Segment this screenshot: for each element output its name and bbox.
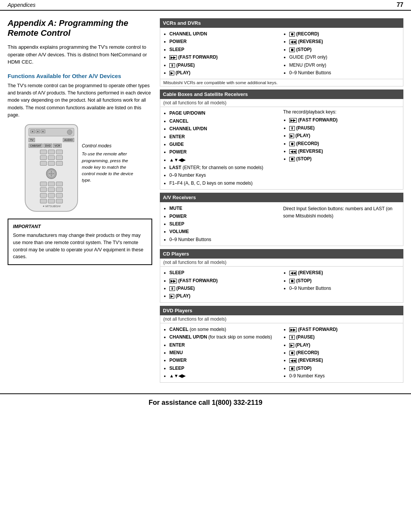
cabsat-mode-btn[interactable]: CAB/SAT: [29, 144, 43, 148]
remote-btn-9[interactable]: [56, 161, 63, 166]
list-item: ENTER: [169, 341, 280, 349]
list-item: ⏹ (STOP): [289, 277, 400, 284]
cd-players-col1: SLEEP ▶▶ (FAST FORWARD) ⏸ (PAUSE) ▶ (PLA…: [163, 269, 280, 300]
list-item: 0–9 Number Buttons: [169, 236, 280, 243]
list-item: SLEEP: [169, 46, 280, 53]
av-receivers-body: MUTE POWER SLEEP VOLUME 0–9 Number Butto…: [160, 202, 403, 246]
list-item: GUIDE (DVR only): [289, 53, 400, 61]
list-item: F1–F4 (A, B, C, D keys on some models): [169, 179, 280, 187]
audio-mode-btn[interactable]: AUDIO: [63, 138, 74, 142]
list-item: 0–9 Number Buttons: [289, 69, 400, 77]
remote-btn-5[interactable]: [48, 155, 55, 160]
remote-image-container: ■ ■ ■ TV AUDIO CAB/SAT DVD VCR: [8, 124, 152, 212]
page-footer: For assistance call 1(800) 332-2119: [0, 393, 411, 411]
list-item: ◀◀ (REVERSE): [289, 147, 400, 155]
list-item: CANCEL (on some models): [169, 326, 280, 333]
remote-btn-6[interactable]: [56, 155, 63, 160]
list-item: SLEEP: [169, 269, 280, 276]
list-item: GUIDE: [169, 141, 280, 148]
remote-btn-21[interactable]: [56, 199, 63, 203]
list-item: ENTER: [169, 133, 280, 141]
cd-players-body: SLEEP ▶▶ (FAST FORWARD) ⏸ (PAUSE) ▶ (PLA…: [160, 267, 403, 303]
av-receivers-header: A/V Receivers: [160, 193, 403, 202]
list-item: ⏹ (STOP): [289, 364, 400, 372]
footer-text: For assistance call 1(800) 332-2119: [148, 399, 262, 406]
remote-btn-10[interactable]: [40, 182, 47, 186]
list-item: MENU (DVR only): [289, 61, 400, 69]
list-item: ⏸ (PAUSE): [289, 124, 400, 132]
control-modes-label: Control modes: [82, 143, 135, 149]
important-text: Some manufacturers may change their prod…: [13, 233, 143, 259]
remote-btn-14[interactable]: [48, 187, 55, 192]
page-number: 77: [397, 2, 403, 8]
remote-btn-4[interactable]: [40, 155, 47, 160]
dvd-players-col2: ▶▶ (FAST FORWARD) ⏸ (PAUSE) ▶ (PLAY) ⏺ (…: [283, 326, 400, 380]
list-item: CHANNEL UP/DN (for track skip on some mo…: [169, 333, 280, 341]
remote-btn-12[interactable]: [56, 182, 63, 186]
list-item: ⏸ (PAUSE): [289, 333, 400, 341]
remote-btn-8[interactable]: [48, 161, 55, 166]
remote-btn-20[interactable]: [48, 199, 55, 203]
list-item: POWER: [169, 148, 280, 156]
dvd-mode-btn[interactable]: DVD: [43, 144, 52, 148]
header-title: Appendices: [8, 2, 35, 8]
vcrs-dvrs-col2: ⏺ (RECORD) ◀◀ (REVERSE) ⏹ (STOP) GUIDE (…: [283, 30, 400, 77]
control-modes-text: To use the remote after programming, pre…: [82, 151, 135, 184]
dvd-players-section: DVD Players (not all functions for all m…: [160, 306, 403, 383]
vcrs-dvrs-body: CHANNEL UP/DN POWER SLEEP ▶▶ (FAST FORWA…: [160, 28, 403, 79]
list-item: ▲▼◀▶: [169, 372, 280, 380]
remote-btn-1[interactable]: [40, 150, 47, 154]
list-item: LAST (ENTER; for channels on some models…: [169, 164, 280, 171]
remote-buttons: [29, 150, 74, 203]
av-receivers-col2-text: Direct Input Selection buttons: numbers …: [283, 206, 392, 219]
vcrs-dvrs-col1: CHANNEL UP/DN POWER SLEEP ▶▶ (FAST FORWA…: [163, 30, 280, 77]
cd-players-subheader: (not all functions for all models): [160, 259, 403, 267]
remote-graphic: ■ ■ ■ TV AUDIO CAB/SAT DVD VCR: [25, 124, 78, 212]
dvd-players-header: DVD Players: [160, 306, 403, 315]
list-item: ⏸ (PAUSE): [169, 284, 280, 292]
cable-boxes-section: Cable Boxes and Satellite Receivers (not…: [160, 89, 403, 190]
remote-btn-13[interactable]: [40, 187, 47, 192]
list-item: ▲▼◀▶: [169, 156, 280, 164]
tv-mode-btn[interactable]: TV: [29, 138, 35, 142]
right-column: VCRs and DVRs CHANNEL UP/DN POWER SLEEP …: [160, 18, 403, 386]
cable-boxes-body: PAGE UP/DOWN CANCEL CHANNEL UP/DN ENTER …: [160, 107, 403, 190]
list-item: POWER: [169, 356, 280, 364]
list-item: ⏸ (PAUSE): [169, 61, 280, 69]
remote-btn-17[interactable]: [48, 193, 55, 198]
important-box: IMPORTANT Some manufacturers may change …: [8, 219, 152, 265]
cable-boxes-col2-label: The record/playback keys:: [283, 109, 400, 115]
cd-players-header: CD Players: [160, 249, 403, 259]
functions-heading: Functions Available for Other A/V Device…: [8, 73, 152, 79]
important-label: IMPORTANT: [13, 223, 147, 230]
control-modes-box: Control modes To use the remote after pr…: [82, 124, 135, 212]
remote-btn-2[interactable]: [48, 150, 55, 154]
remote-btn-18[interactable]: [56, 193, 63, 198]
remote-btn-19[interactable]: [40, 199, 47, 203]
page-header: Appendices 77: [0, 0, 411, 11]
list-item: ⏹ (STOP): [289, 46, 400, 53]
remote-nav-circle[interactable]: [46, 168, 57, 179]
vcrs-dvrs-section: VCRs and DVRs CHANNEL UP/DN POWER SLEEP …: [160, 18, 403, 86]
remote-btn-16[interactable]: [40, 193, 47, 198]
list-item: 0–9 Number Keys: [169, 171, 280, 179]
left-column: Appendix A: Programming the Remote Contr…: [8, 18, 152, 386]
vcr-mode-btn[interactable]: VCR: [53, 144, 62, 148]
vcrs-dvrs-note: Mitsubishi VCRs are compatible with some…: [160, 79, 403, 86]
list-item: ⏺ (RECORD): [289, 140, 400, 147]
list-item: ▶▶ (FAST FORWARD): [289, 326, 400, 333]
av-receivers-col2: Direct Input Selection buttons: numbers …: [283, 204, 400, 243]
content-wrapper: Appendix A: Programming the Remote Contr…: [0, 11, 411, 390]
remote-btn-11[interactable]: [48, 182, 55, 186]
list-item: ▶▶ (FAST FORWARD): [169, 53, 280, 61]
dvd-players-col1: CANCEL (on some models) CHANNEL UP/DN (f…: [163, 326, 280, 380]
list-item: ◀◀ (REVERSE): [289, 269, 400, 276]
remote-btn-15[interactable]: [56, 187, 63, 192]
list-item: ▶ (PLAY): [169, 292, 280, 300]
remote-btn-7[interactable]: [40, 161, 47, 166]
intro-text: This appendix explains programming the T…: [8, 43, 152, 66]
cable-boxes-subheader: (not all functions for all models): [160, 99, 403, 107]
list-item: 0-9 Number Keys: [289, 372, 400, 380]
list-item: CHANNEL UP/DN: [169, 30, 280, 38]
remote-btn-3[interactable]: [56, 150, 63, 154]
